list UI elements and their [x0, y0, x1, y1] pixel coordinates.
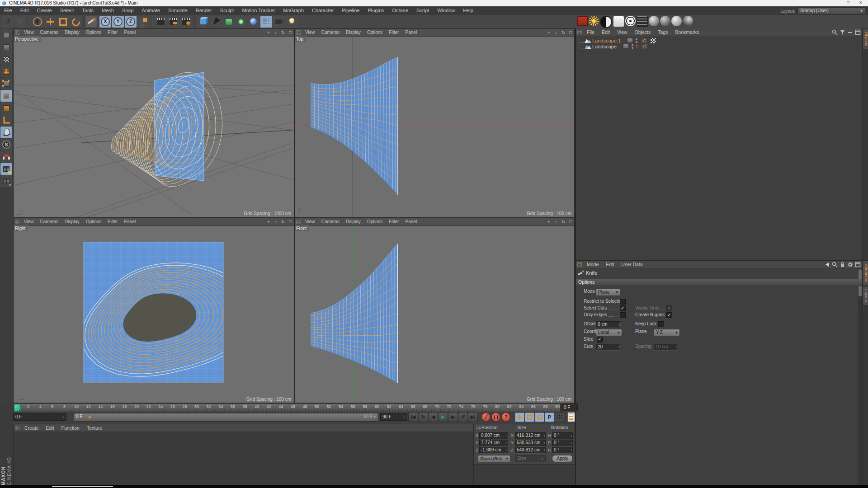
- ruler-frame-field[interactable]: 0 F: [561, 404, 578, 411]
- panel-icon[interactable]: [855, 29, 861, 35]
- viewport-canvas-top[interactable]: Grid Spacing : 100 cm: [295, 36, 574, 217]
- spinner-icon[interactable]: ↕: [543, 432, 546, 439]
- shader-ball-icon-3[interactable]: [671, 16, 682, 26]
- toggle-view-icon[interactable]: □: [287, 218, 294, 225]
- goto-end-button[interactable]: ▶|: [468, 412, 478, 422]
- display-tag-icon[interactable]: [651, 38, 656, 43]
- menu-item[interactable]: Simulate: [164, 8, 192, 13]
- material-menu-item[interactable]: Texture: [83, 425, 106, 431]
- object-manager-menu-item[interactable]: Bookmarks: [671, 29, 703, 35]
- spacing-field[interactable]: 10 cm: [654, 344, 677, 351]
- size-y-field[interactable]: 530.533 cm: [515, 440, 546, 446]
- panel-icon[interactable]: [855, 262, 861, 267]
- menu-item[interactable]: Create: [33, 8, 56, 13]
- phong-tag-icon[interactable]: [642, 38, 647, 43]
- viewport-menu-item[interactable]: Panel: [121, 219, 139, 224]
- menu-item[interactable]: Render: [192, 8, 216, 13]
- viewport-menu-item[interactable]: Panel: [402, 30, 420, 35]
- octane-material-icon[interactable]: [613, 16, 624, 27]
- subdivision-surface-button[interactable]: [222, 16, 234, 28]
- zoom-view-icon[interactable]: ↕: [552, 29, 560, 36]
- menu-item[interactable]: Snap: [118, 8, 138, 13]
- spinner-icon[interactable]: ↕: [403, 413, 406, 420]
- move-tool-button[interactable]: [44, 16, 56, 28]
- render-settings-button[interactable]: [180, 16, 192, 28]
- visible-only-checkbox[interactable]: ✓: [666, 305, 672, 311]
- undo-button[interactable]: ↺: [2, 16, 14, 28]
- object-manager-menu-item[interactable]: Objects: [631, 29, 655, 35]
- lock-workplane-button[interactable]: [0, 163, 12, 175]
- lock-y-axis-button[interactable]: Y: [112, 16, 124, 28]
- pos-z-field[interactable]: -1.369 cm: [479, 447, 508, 454]
- pan-view-icon[interactable]: +: [265, 218, 272, 225]
- pan-view-icon[interactable]: +: [545, 29, 552, 36]
- autokey-button[interactable]: ( ): [491, 413, 500, 422]
- spinner-icon[interactable]: ↕: [571, 440, 573, 446]
- shader-ball-icon-2[interactable]: [660, 16, 670, 26]
- viewport-menu-item[interactable]: Cameras: [37, 30, 62, 35]
- minimize-panel-icon[interactable]: [847, 29, 853, 35]
- menu-item[interactable]: Plugins: [363, 8, 388, 13]
- viewport-menu-item[interactable]: Filter: [104, 219, 121, 224]
- object-manager-menu-item[interactable]: File: [583, 29, 598, 35]
- layout-dropdown[interactable]: Startup (User)▾: [797, 7, 865, 14]
- lock-z-axis-button[interactable]: Z: [125, 16, 137, 28]
- viewport-menu-item[interactable]: Filter: [386, 219, 402, 224]
- rotate-view-icon[interactable]: ↻: [279, 29, 287, 36]
- coordinate-system-button[interactable]: [137, 16, 149, 28]
- viewport-menu-item[interactable]: Display: [343, 30, 364, 35]
- keep-lock-checkbox[interactable]: [658, 321, 664, 327]
- redo-button[interactable]: ↻: [14, 16, 26, 28]
- viewport-menu-item[interactable]: Filter: [386, 30, 402, 35]
- lock-icon[interactable]: [840, 262, 845, 267]
- point-level-animation-toggle[interactable]: [555, 413, 564, 422]
- end-frame-field[interactable]: 90 F↕: [380, 413, 407, 421]
- previous-frame-button[interactable]: ◀: [428, 412, 438, 422]
- object-row-landscape[interactable]: Landscape ✕: [576, 43, 647, 49]
- menu-item[interactable]: Edit: [16, 8, 33, 13]
- viewport-menu-item[interactable]: Options: [83, 219, 104, 224]
- menu-item[interactable]: Motion Tracker: [238, 8, 279, 13]
- visibility-dots-icon[interactable]: [632, 44, 634, 49]
- planar-workplane-button[interactable]: [0, 175, 12, 187]
- goto-start-button[interactable]: |◀: [408, 412, 418, 422]
- viewport-menu-item[interactable]: Display: [61, 30, 83, 35]
- live-selection-button[interactable]: [32, 16, 43, 28]
- key-scale-toggle[interactable]: [525, 413, 534, 422]
- deformer-button[interactable]: [235, 16, 247, 28]
- environment-button[interactable]: [248, 16, 259, 28]
- viewport-menu-item[interactable]: Options: [364, 219, 386, 224]
- rot-p-field[interactable]: 0 °: [552, 440, 573, 446]
- material-menu-item[interactable]: Edit: [42, 425, 58, 431]
- gear-icon[interactable]: [847, 262, 853, 267]
- cuts-field[interactable]: 20: [596, 344, 620, 351]
- rotate-view-icon[interactable]: ↻: [279, 218, 287, 225]
- size-x-field[interactable]: 416.312 cm: [515, 432, 546, 439]
- menu-item[interactable]: Window: [433, 8, 459, 13]
- toggle-view-icon[interactable]: □: [567, 218, 574, 225]
- workplane-mode-button[interactable]: [0, 66, 12, 77]
- object-name[interactable]: Landscape: [592, 44, 617, 49]
- pos-x-field[interactable]: 0.007 cm: [479, 432, 508, 439]
- record-keyframe-button[interactable]: ╱: [481, 413, 491, 422]
- options-section-header[interactable]: Options: [576, 279, 862, 286]
- object-name[interactable]: Landscape.1: [592, 38, 621, 43]
- menu-item[interactable]: Select: [56, 8, 78, 13]
- phong-tag-icon[interactable]: [642, 44, 647, 49]
- polygons-mode-button[interactable]: [0, 102, 12, 114]
- rot-h-field[interactable]: 0 °: [552, 432, 573, 439]
- octane-hdri-icon[interactable]: [600, 16, 612, 28]
- key-rotation-toggle[interactable]: [535, 413, 544, 422]
- toggle-view-icon[interactable]: □: [567, 29, 574, 36]
- pan-view-icon[interactable]: +: [545, 218, 552, 225]
- coords-dropdown[interactable]: Local▾: [596, 329, 622, 336]
- magnet-snap-button[interactable]: [0, 151, 12, 163]
- viewport-menu-item[interactable]: View: [21, 30, 37, 35]
- search-icon[interactable]: [832, 29, 838, 35]
- octane-target-icon[interactable]: [625, 16, 636, 26]
- viewport-menu-item[interactable]: Display: [343, 219, 364, 224]
- spinner-icon[interactable]: ↕: [618, 344, 621, 350]
- current-frame-field[interactable]: 0 F↕: [13, 413, 66, 421]
- menu-item[interactable]: Pipeline: [338, 8, 363, 13]
- filter-icon[interactable]: [840, 29, 845, 35]
